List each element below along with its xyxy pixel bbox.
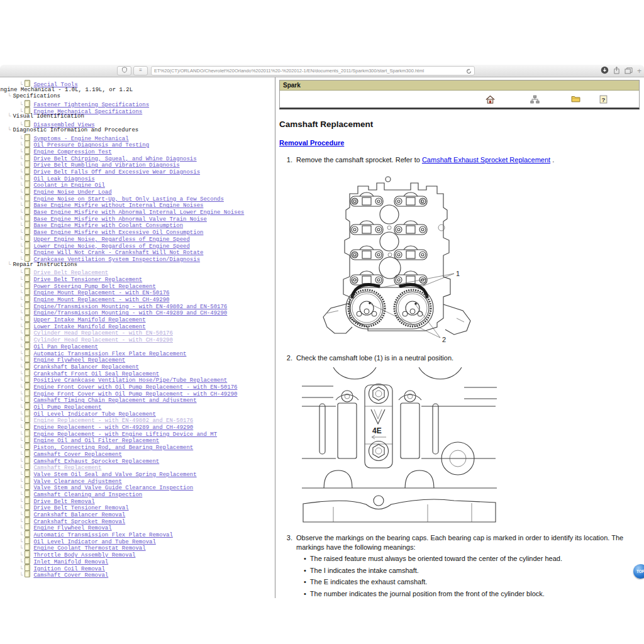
- figure-bearing-cap-closeup: 4E: [296, 367, 644, 525]
- document-icon: [25, 477, 30, 484]
- help-icon[interactable]: ?: [599, 95, 609, 104]
- tree-link-row: └Drive Belt Tensioner Removal: [0, 503, 275, 510]
- step-2-number: 2.: [279, 353, 292, 363]
- removal-procedure-link[interactable]: Removal Procedure: [279, 139, 344, 147]
- document-icon: [25, 268, 30, 275]
- document-icon: [25, 450, 30, 457]
- home-icon[interactable]: [486, 95, 495, 104]
- tree-link-row: └Piston, Connecting Rod, and Bearing Rep…: [0, 443, 275, 450]
- tree-link-row: └Fastener Tightening Specifications: [0, 100, 275, 107]
- document-icon: [25, 275, 30, 282]
- back-to-top-button[interactable]: TOP: [633, 564, 644, 579]
- document-icon: [25, 194, 30, 201]
- document-icon: [25, 355, 30, 362]
- tree-link-row: └Camshaft Cover Removal: [0, 570, 275, 577]
- tree-link-row: └Engine Replacement - with EN-49802 and …: [0, 416, 275, 423]
- step-2-text: Check the camshaft lobe (1) is in a neut…: [296, 353, 453, 363]
- document-icon: [25, 530, 30, 537]
- tree-elbow-icon: └: [8, 113, 11, 119]
- tree-link-row: └Engine Mount Replacement - with EN-5017…: [0, 288, 275, 295]
- document-icon: [25, 463, 30, 470]
- tree-link-row: └Upper Engine Noise, Regardless of Engin…: [0, 235, 275, 242]
- tree-link-row: └Camshaft Cleaning and Inspection: [0, 490, 275, 497]
- chrome-right-buttons: +: [601, 65, 641, 77]
- vehicle-title: Spark: [280, 80, 639, 91]
- document-icon: [25, 382, 30, 389]
- document-icon: [25, 120, 30, 127]
- tree-text: Diagnostic Information and Procedures: [13, 127, 138, 133]
- document-icon: [25, 523, 30, 530]
- content-pane: Spark ?: [275, 77, 644, 598]
- document-icon: [25, 470, 30, 477]
- document-icon: [25, 80, 30, 87]
- tree-link-row: └Crankcase Ventilation System Inspection…: [0, 255, 275, 262]
- tree-link-row: └Base Engine Misfire with Excessive Oil …: [0, 228, 275, 235]
- browser-toolbar: ≡ ET%20(CT)/ORLANDO/Chevrolet%20Orlando%…: [0, 65, 644, 77]
- document-icon: [25, 248, 30, 255]
- tree-link-row: └Automatic Transmission Flex Plate Repla…: [0, 349, 275, 356]
- document-icon: [25, 375, 30, 382]
- document-icon: [25, 228, 30, 235]
- document-icon: [25, 409, 30, 416]
- camshaft-exhaust-sprocket-link[interactable]: Camshaft Exhaust Sprocket Replacement: [422, 156, 550, 164]
- document-icon: [25, 436, 30, 443]
- service-header-panel: Spark ?: [279, 80, 640, 109]
- tree-text: Visual Identification: [13, 113, 84, 119]
- tree-elbow-icon: └: [8, 93, 11, 99]
- tree-link-row: └Base Engine Misfire without Internal En…: [0, 201, 275, 208]
- tree-link-row: └Coolant in Engine Oil: [0, 180, 275, 187]
- document-icon: [25, 402, 30, 409]
- document-icon: [25, 570, 30, 577]
- document-icon: [25, 295, 30, 302]
- tree-link-row: └Oil Level Indicator Tube Replacement: [0, 409, 275, 416]
- tree-text-row: └Diagnostic Information and Procedures: [0, 127, 275, 134]
- document-icon: [25, 160, 30, 167]
- tree-link-row: └Engine Front Cover with Oil Pump Replac…: [0, 389, 275, 396]
- tree-link-row: └Engine Flywheel Removal: [0, 523, 275, 530]
- document-icon: [25, 308, 30, 315]
- document-icon: [25, 497, 30, 504]
- address-bar[interactable]: ET%20(CT)/ORLANDO/Chevrolet%20Orlando%20…: [151, 66, 475, 75]
- tree-link-row: └Crankshaft Balancer Removal: [0, 510, 275, 517]
- tree-link-row: └Cylinder Head Replacement - with EN-501…: [0, 328, 275, 335]
- document-icon: [25, 503, 30, 510]
- tree-link-row: └Engine Coolant Thermostat Removal: [0, 543, 275, 550]
- step-1: 1. Remove the camshaft sprocket. Refer t…: [279, 155, 644, 165]
- bullet-item: The raised feature must always be orient…: [304, 554, 637, 564]
- bullet-item: The E indicates the exhaust camshaft.: [304, 577, 637, 587]
- step3-bullets: The raised feature must always be orient…: [304, 554, 637, 598]
- tree-elbow-icon: └: [8, 262, 11, 268]
- document-icon: [25, 174, 30, 181]
- tree-link[interactable]: Camshaft Cover Removal: [33, 572, 108, 579]
- tree-link-row: └Base Engine Misfire with Abnormal Inter…: [0, 208, 275, 214]
- document-icon: [25, 154, 30, 161]
- tree-link-row: └Engine/Transmission Mounting - with CH-…: [0, 308, 275, 315]
- url-left-buttons: ≡: [117, 66, 148, 75]
- figure-engine-front-view: 1 2: [302, 169, 644, 345]
- document-icon: [25, 349, 30, 356]
- document-icon: [25, 242, 30, 248]
- tree-link-row: └Engine Noise Under Load: [0, 187, 275, 194]
- share-icon[interactable]: [613, 65, 620, 77]
- document-icon: [25, 537, 30, 544]
- document-icon: [25, 255, 30, 262]
- document-icon: [25, 543, 30, 550]
- document-icon: [25, 180, 30, 187]
- document-icon: [25, 490, 30, 497]
- tab-overview-icon[interactable]: [625, 65, 633, 77]
- tree-link-row: └Disassembled Views: [0, 120, 275, 127]
- step-1-text-before: Remove the camshaft sprocket. Refer to: [296, 156, 422, 164]
- tree-link-row: └Drive Belt Tensioner Replacement: [0, 275, 275, 282]
- document-icon: [25, 201, 30, 208]
- reload-icon[interactable]: [466, 65, 472, 77]
- new-tab-icon[interactable]: +: [637, 67, 641, 75]
- folder-icon[interactable]: [571, 95, 580, 104]
- reader-icon[interactable]: ≡: [133, 66, 148, 75]
- sitemap-icon[interactable]: [530, 95, 540, 104]
- downloads-icon[interactable]: [601, 65, 609, 77]
- privacy-shield-icon[interactable]: [117, 66, 131, 75]
- document-icon: [25, 517, 30, 524]
- tree-link-row: └Cylinder Head Replacement - with CH-492…: [0, 335, 275, 342]
- document-icon: [25, 235, 30, 242]
- document-icon: [25, 457, 30, 464]
